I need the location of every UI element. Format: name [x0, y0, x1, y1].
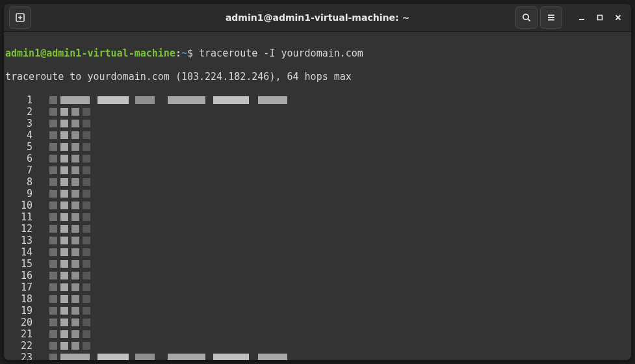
hop-number: 23 — [5, 352, 38, 360]
redacted-hop-data — [49, 248, 90, 257]
svg-line-4 — [528, 19, 530, 21]
hop-number: 16 — [5, 270, 38, 281]
hop-row: 17 — [5, 281, 626, 293]
menu-button[interactable] — [540, 6, 562, 29]
hop-row: 19 — [5, 305, 626, 317]
prompt-symbol: $ — [187, 47, 193, 59]
hop-number: 8 — [5, 176, 38, 188]
hop-row: 2 — [5, 106, 626, 118]
redacted-hop-data — [49, 353, 287, 360]
hop-number: 5 — [5, 141, 38, 153]
titlebar: admin1@admin1-virtual-machine: ~ — [4, 4, 631, 32]
redacted-hop-data — [49, 330, 90, 339]
redacted-hop-data — [49, 213, 90, 222]
redacted-hop-data — [49, 236, 90, 245]
hop-number: 4 — [5, 129, 38, 141]
redacted-hop-data — [49, 283, 90, 292]
minimize-button[interactable] — [573, 7, 591, 28]
hop-row: 4 — [5, 129, 626, 141]
redacted-hop-data — [49, 318, 90, 327]
terminal-body[interactable]: admin1@admin1-virtual-machine:~$ tracero… — [4, 32, 631, 360]
hop-row: 8 — [5, 176, 626, 188]
terminal-window: admin1@admin1-virtual-machine: ~ — [4, 4, 631, 360]
hop-number: 19 — [5, 305, 38, 317]
output-header: traceroute to yourdomain.com (103.224.18… — [5, 71, 626, 83]
hop-number: 22 — [5, 340, 38, 352]
prompt-line-1: admin1@admin1-virtual-machine:~$ tracero… — [5, 47, 626, 59]
hop-number: 13 — [5, 235, 38, 246]
hop-row: 1 — [5, 94, 626, 106]
hop-number: 10 — [5, 200, 38, 211]
redacted-hop-data — [49, 306, 90, 315]
redacted-hop-data — [49, 107, 90, 116]
hop-row: 16 — [5, 270, 626, 281]
hop-row: 23 — [5, 352, 626, 360]
redacted-hop-data — [49, 131, 90, 140]
hop-row: 10 — [5, 200, 626, 211]
redacted-hop-data — [49, 119, 90, 128]
hop-number: 7 — [5, 164, 38, 176]
close-button[interactable] — [609, 7, 627, 28]
hop-number: 12 — [5, 223, 38, 235]
prompt-colon: : — [175, 47, 181, 59]
hop-number: 21 — [5, 328, 38, 340]
redacted-hop-data — [49, 166, 90, 175]
command-text: traceroute -I yourdomain.com — [199, 47, 363, 59]
hop-row: 15 — [5, 258, 626, 270]
redacted-hop-data — [49, 259, 90, 268]
hop-number: 1 — [5, 94, 38, 106]
hop-row: 5 — [5, 141, 626, 153]
hop-row: 18 — [5, 293, 626, 305]
redacted-hop-data — [49, 189, 90, 198]
hop-number: 14 — [5, 246, 38, 258]
hop-row: 6 — [5, 153, 626, 164]
redacted-hop-data — [49, 341, 90, 350]
redacted-hop-data — [49, 271, 90, 280]
hop-number: 2 — [5, 106, 38, 118]
new-tab-button[interactable] — [9, 6, 31, 29]
search-button[interactable] — [515, 6, 538, 29]
redacted-hop-data — [49, 224, 90, 233]
redacted-hop-data — [49, 154, 90, 163]
hop-row: 11 — [5, 211, 626, 223]
hop-row: 12 — [5, 223, 626, 235]
hop-number: 9 — [5, 188, 38, 200]
hop-row: 9 — [5, 188, 626, 200]
hop-number: 11 — [5, 211, 38, 223]
svg-rect-9 — [598, 16, 603, 20]
prompt-path: ~ — [181, 47, 187, 59]
hop-row: 14 — [5, 246, 626, 258]
hop-row: 3 — [5, 118, 626, 129]
redacted-hop-data — [49, 201, 90, 210]
maximize-button[interactable] — [591, 7, 609, 28]
hop-number: 20 — [5, 317, 38, 328]
hop-row: 22 — [5, 340, 626, 352]
hop-row: 7 — [5, 164, 626, 176]
hop-number: 17 — [5, 281, 38, 293]
redacted-hop-data — [49, 177, 90, 187]
svg-point-3 — [523, 14, 528, 20]
redacted-hop-data — [49, 96, 287, 105]
hop-row: 21 — [5, 328, 626, 340]
hop-row: 20 — [5, 317, 626, 328]
redacted-hop-data — [49, 294, 90, 304]
hop-number: 6 — [5, 153, 38, 164]
redacted-hop-data — [49, 142, 90, 151]
hop-row: 13 — [5, 235, 626, 246]
prompt-user: admin1@admin1-virtual-machine — [5, 47, 175, 59]
hop-number: 3 — [5, 118, 38, 129]
hop-number: 18 — [5, 293, 38, 305]
hop-number: 15 — [5, 258, 38, 270]
